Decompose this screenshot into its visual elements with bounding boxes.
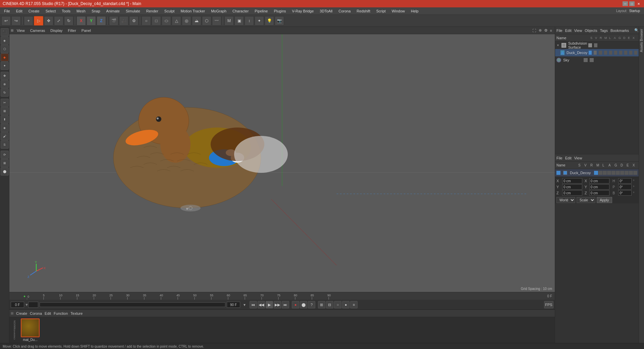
render-active-view[interactable]: 🎥 xyxy=(119,16,128,26)
om-objects-menu[interactable]: Objects xyxy=(585,29,597,33)
light-btn[interactable]: 💡 xyxy=(265,16,274,26)
sphere-primitive[interactable]: ○ xyxy=(142,16,151,26)
h-rotation-input[interactable] xyxy=(618,178,632,184)
om-duck-a[interactable] xyxy=(614,51,617,55)
om-duck-vis[interactable] xyxy=(594,51,597,55)
z-position-input[interactable] xyxy=(562,190,582,196)
undo-button[interactable]: ↩ xyxy=(1,16,11,26)
mat-create-menu[interactable]: Create xyxy=(16,311,27,315)
timeline-scrubber[interactable] xyxy=(40,302,225,307)
vp-view-menu[interactable]: View xyxy=(15,28,27,33)
menu-plugins[interactable]: Plugins xyxy=(271,8,288,14)
apply-button[interactable]: Apply xyxy=(597,197,612,203)
om-edit-menu[interactable]: Edit xyxy=(565,29,572,33)
om-duck-l[interactable] xyxy=(609,51,612,55)
attr-duck-row[interactable]: Duck_Decoy xyxy=(555,169,639,177)
play-button[interactable]: ▶ xyxy=(266,301,273,308)
viewport[interactable]: ⊞ View Cameras Display Filter Panel ⛶ ⊕ … xyxy=(9,27,555,292)
texture-btn[interactable]: ▣ xyxy=(234,16,244,26)
menu-vray[interactable]: V-Ray Bridge xyxy=(289,8,317,14)
key-sel[interactable]: ○ xyxy=(334,301,341,308)
y-axis-btn[interactable]: Y xyxy=(87,16,96,26)
menu-window[interactable]: Window xyxy=(389,8,408,14)
menu-motion-tracker[interactable]: Motion Tracker xyxy=(178,8,208,14)
paint-tool[interactable]: S xyxy=(1,141,9,149)
bevel-tool[interactable]: ◈ xyxy=(1,124,9,132)
om-item-subdivision[interactable]: ▼ Subdivision Surface xyxy=(555,42,639,49)
select-button[interactable]: ▷ xyxy=(34,16,43,26)
play-forward[interactable]: ▶▶ xyxy=(274,301,281,308)
mat-edit-menu[interactable]: Edit xyxy=(45,311,51,315)
menu-corona[interactable]: Corona xyxy=(336,8,353,14)
render-to-picture-viewer[interactable]: 🎬 xyxy=(109,16,118,26)
motion-record[interactable]: ? xyxy=(308,301,315,308)
om-duck-lock[interactable] xyxy=(599,51,602,55)
end-frame-input[interactable] xyxy=(227,302,240,308)
move-tool[interactable]: ✥ xyxy=(1,72,9,80)
om-item-duck[interactable]: Duck_Decoy xyxy=(555,49,639,56)
vp-panel-menu[interactable]: Panel xyxy=(79,28,93,33)
soft-selection[interactable]: ⬤ xyxy=(1,167,9,176)
prev-key[interactable]: ⊞ xyxy=(318,301,325,308)
menu-mograph[interactable]: MoGraph xyxy=(208,8,229,14)
menu-create[interactable]: Create xyxy=(26,8,42,14)
brush-tool[interactable]: 🖌 xyxy=(1,132,9,140)
close-button[interactable]: ✕ xyxy=(636,1,641,6)
menu-select[interactable]: Select xyxy=(43,8,59,14)
render-settings[interactable]: ⚙ xyxy=(129,16,139,26)
world-dropdown[interactable]: World xyxy=(556,197,575,203)
om-file-menu[interactable]: File xyxy=(556,29,562,33)
om-subdiv-vis[interactable] xyxy=(594,43,598,47)
y-size-input[interactable] xyxy=(589,184,609,190)
mat-texture-menu[interactable]: Texture xyxy=(70,311,83,315)
menu-render[interactable]: Render xyxy=(144,8,161,14)
om-sky-check[interactable] xyxy=(584,58,588,62)
assets-browser-tab[interactable]: Assets Browser xyxy=(639,27,644,54)
om-duck-x[interactable] xyxy=(634,51,637,55)
play-backwards[interactable]: ◀◀ xyxy=(258,301,265,308)
timeline-ruler-ticks[interactable]: 0 5 10 15 20 25 30 xyxy=(27,292,537,300)
cylinder-primitive[interactable]: ⬭ xyxy=(162,16,171,26)
attr-file-menu[interactable]: File xyxy=(556,156,562,160)
go-to-start[interactable]: ⏮ xyxy=(250,301,257,308)
om-view-menu[interactable]: View xyxy=(574,29,582,33)
maximize-button[interactable]: □ xyxy=(629,1,635,6)
mat-corona-menu[interactable]: Corona xyxy=(30,311,42,315)
om-sky-vis[interactable] xyxy=(590,58,594,62)
fps-display[interactable]: FPS xyxy=(544,301,553,308)
mat-function-menu[interactable]: Function xyxy=(54,311,68,315)
z-size-input[interactable] xyxy=(589,190,609,196)
om-tags-menu[interactable]: Tags xyxy=(600,29,608,33)
subdivision-surface-btn[interactable]: ⬡ xyxy=(202,16,211,26)
polygons-mode[interactable]: ⬡ xyxy=(1,45,9,53)
select-all[interactable]: ✦ xyxy=(1,62,9,70)
loop-cut[interactable]: ⊞ xyxy=(1,107,9,115)
effector-btn[interactable]: ✦ xyxy=(255,16,264,26)
vp-filter-menu[interactable]: Filter xyxy=(66,28,78,33)
menu-sculpt[interactable]: Sculpt xyxy=(162,8,177,14)
nurbs-button[interactable]: 〰 xyxy=(212,16,221,26)
p-rotation-input[interactable] xyxy=(618,184,632,190)
menu-animate[interactable]: Animate xyxy=(104,8,122,14)
x-axis-btn[interactable]: X xyxy=(76,16,86,26)
record-button[interactable]: ● xyxy=(292,301,299,308)
camera-btn[interactable]: 📷 xyxy=(275,16,284,26)
minimize-button[interactable]: ─ xyxy=(623,1,628,6)
menu-pipeline[interactable]: Pipeline xyxy=(252,8,270,14)
om-duck-d[interactable] xyxy=(624,51,627,55)
menu-help[interactable]: Help xyxy=(408,8,421,14)
b-rotation-input[interactable] xyxy=(618,190,632,196)
vp-cameras-menu[interactable]: Cameras xyxy=(28,28,47,33)
menu-script[interactable]: Script xyxy=(374,8,388,14)
vp-display-menu[interactable]: Display xyxy=(48,28,64,33)
rotate-button[interactable]: ↻ xyxy=(64,16,73,26)
go-to-end[interactable]: ⏭ xyxy=(282,301,289,308)
x-size-input[interactable] xyxy=(589,178,609,184)
menu-character[interactable]: Character xyxy=(230,8,251,14)
material-thumbnail[interactable] xyxy=(21,318,40,337)
om-duck-e[interactable] xyxy=(629,51,632,55)
object-mode[interactable]: ◆ xyxy=(1,53,9,61)
next-key[interactable]: ⊟ xyxy=(326,301,333,308)
extrude-tool[interactable]: ⬆ xyxy=(1,115,9,123)
attr-edit-menu[interactable]: Edit xyxy=(565,156,572,160)
